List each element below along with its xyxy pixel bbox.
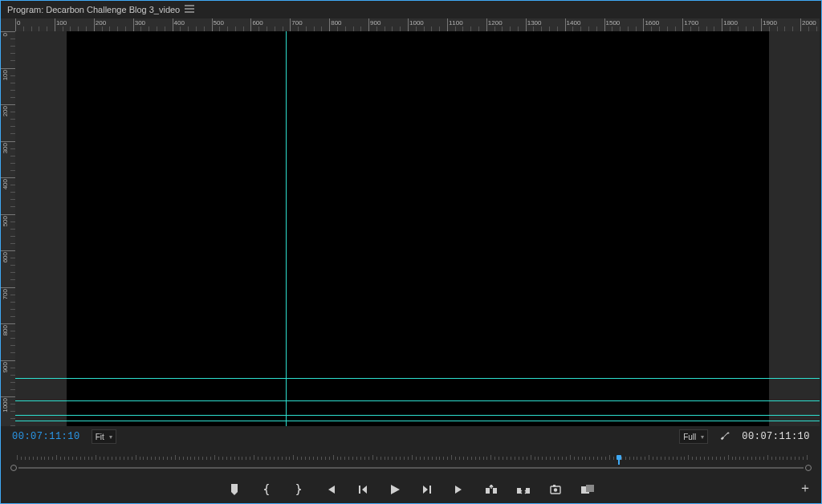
horizontal-ruler[interactable]: 0100200300400500600700800900100011001200… (15, 18, 820, 31)
ruler-label: 0 (17, 19, 20, 26)
ruler-label: 1800 (723, 19, 738, 26)
ruler-label: 200 (2, 106, 9, 116)
time-ruler[interactable] (1, 447, 821, 476)
ruler-label: 100 (2, 70, 9, 80)
ruler-label: 100 (56, 19, 67, 26)
video-canvas (67, 31, 769, 426)
guide-horizontal[interactable] (15, 415, 820, 416)
ruler-label: 300 (2, 143, 9, 153)
resolution-select[interactable]: Full ▾ (679, 429, 708, 444)
chevron-down-icon: ▾ (701, 433, 704, 441)
guide-horizontal[interactable] (15, 421, 820, 421)
ruler-label: 0 (2, 33, 9, 36)
ruler-label: 400 (174, 19, 185, 26)
zoom-select-label: Fit (96, 433, 104, 441)
playhead-timecode[interactable]: 00:07:11:10 (12, 431, 80, 442)
lift-button[interactable] (484, 482, 498, 497)
guide-horizontal[interactable] (15, 378, 820, 379)
vertical-ruler[interactable]: 01002003004005006007008009001000 (1, 31, 15, 426)
extract-button[interactable] (516, 482, 531, 497)
svg-rect-6 (553, 485, 555, 487)
ruler-label: 900 (2, 362, 9, 372)
ruler-label: 1700 (684, 19, 698, 26)
ruler-label: 1900 (763, 19, 777, 26)
ruler-origin-corner (1, 18, 15, 31)
ruler-label: 900 (370, 19, 380, 26)
ruler-label: 1500 (606, 19, 621, 26)
canvas-viewport[interactable] (15, 31, 820, 426)
chevron-down-icon: ▾ (109, 433, 112, 441)
svg-rect-1 (493, 488, 497, 494)
program-monitor-panel: Program: Decarbon Challenge Blog 3_video… (0, 0, 822, 504)
play-button[interactable] (388, 482, 402, 497)
svg-point-5 (554, 488, 557, 491)
export-frame-button[interactable] (548, 482, 563, 497)
ruler-label: 1000 (409, 19, 424, 26)
svg-rect-0 (486, 488, 490, 494)
ruler-label: 700 (291, 19, 302, 26)
ruler-label: 700 (2, 289, 9, 299)
ruler-label: 400 (2, 179, 9, 189)
step-back-button[interactable] (356, 482, 370, 497)
marker-button[interactable] (227, 482, 242, 497)
ruler-label: 1000 (2, 398, 9, 413)
safe-margins-button[interactable] (580, 482, 595, 497)
panel-titlebar: Program: Decarbon Challenge Blog 3_video (1, 1, 821, 18)
transport-controls: ＋ (1, 476, 821, 503)
duration-timecode[interactable]: 00:07:11:10 (742, 431, 810, 442)
guide-vertical[interactable] (286, 31, 287, 426)
ruler-label: 600 (252, 19, 262, 26)
svg-rect-8 (586, 485, 594, 492)
ruler-label: 1600 (645, 19, 659, 26)
playhead-handle[interactable] (616, 455, 621, 460)
button-editor-plus-icon[interactable]: ＋ (799, 480, 812, 497)
ruler-label: 300 (135, 19, 145, 26)
settings-wrench-icon[interactable] (719, 430, 730, 443)
ruler-label: 600 (2, 252, 9, 262)
step-forward-button[interactable] (420, 482, 434, 497)
range-handle-start[interactable] (10, 465, 17, 471)
panel-menu-icon[interactable] (185, 5, 194, 14)
ruler-label: 800 (331, 19, 341, 26)
guide-horizontal[interactable] (15, 400, 820, 401)
brace-close-button[interactable] (291, 482, 306, 497)
ruler-label: 800 (2, 325, 9, 335)
zoom-select[interactable]: Fit ▾ (92, 429, 116, 444)
go-to-out-button[interactable] (452, 482, 466, 497)
ruler-label: 500 (214, 19, 224, 26)
ruler-label: 1200 (488, 19, 503, 26)
range-handle-end[interactable] (805, 465, 812, 471)
ruler-label: 2000 (802, 19, 816, 26)
resolution-select-label: Full (683, 433, 696, 441)
ruler-label: 200 (96, 19, 106, 26)
brace-open-button[interactable] (259, 482, 274, 497)
viewer-area: 0100200300400500600700800900100011001200… (1, 18, 821, 426)
zoom-bar[interactable] (18, 467, 804, 469)
info-bar: 00:07:11:10 Fit ▾ Full ▾ 00:07:11:10 (1, 426, 821, 447)
ruler-label: 1400 (567, 19, 581, 26)
ruler-label: 1300 (527, 19, 542, 26)
ruler-label: 1100 (449, 19, 463, 26)
ruler-label: 500 (2, 216, 9, 226)
panel-title: Program: Decarbon Challenge Blog 3_video (7, 5, 180, 14)
go-to-in-button[interactable] (324, 482, 338, 497)
